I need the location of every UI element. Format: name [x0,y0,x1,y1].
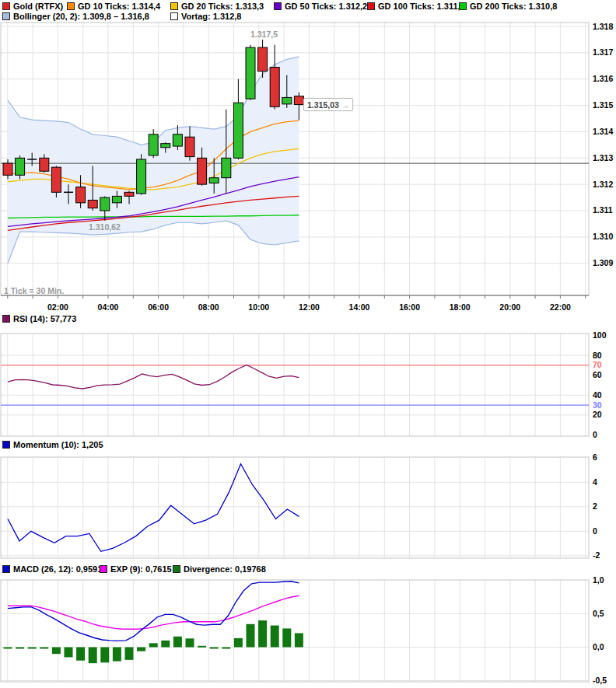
momentum-tick-label: 2 [593,501,597,511]
legend-label: GD 100 Ticks: 1.311,5 [378,2,465,11]
momentum-swatch-icon [2,441,10,449]
last-price-marker: 1.315,03 → [303,98,353,111]
candle-body [246,47,255,99]
legend-item-exp[interactable]: EXP (9): 0,7615 [100,564,172,573]
divergence-bar [210,648,219,649]
candle-body [112,196,121,202]
candle-body [209,178,219,183]
tick-interval-note: 1 Tick = 30 Min. [4,286,64,295]
legend-label: GD 10 Ticks: 1.314,4 [78,2,160,11]
legend-item-bollinger[interactable]: Bollinger (20, 2): 1.309,8 – 1.316,8 [2,12,149,20]
macd-swatch-icon [2,565,10,573]
time-tick-label: 06:00 [148,302,169,312]
arrow-right-icon: → [341,100,350,110]
candle-body [161,144,170,148]
rsi-tick-label: 70 [593,360,602,369]
momentum-tick-label: 6 [593,452,597,462]
candle-body [270,67,279,107]
divergence-bar [198,646,206,648]
candle-body [16,158,25,175]
legend-item-gd50[interactable]: GD 50 Ticks: 1.312,2 [274,2,367,10]
legend-item-gd100[interactable]: GD 100 Ticks: 1.311,5 [367,2,465,10]
divergence-bar [247,624,255,648]
divergence-bar [28,648,37,649]
divergence-bar [76,648,85,661]
price-tick-label: 1.315 [593,100,613,110]
legend-item-gd200[interactable]: GD 200 Ticks: 1.310,8 [459,2,557,10]
candle-body [3,163,12,175]
legend-label: Momentum (10): 1,205 [13,440,103,449]
macd-line [8,581,299,641]
divergence-bar [173,637,182,648]
divergence-bar [16,648,24,649]
legend-label: RSI (14): 57,773 [13,314,76,323]
momentum-tick-label: -2 [593,550,600,560]
legend-item-divergence[interactable]: Divergence: 0,19768 [173,564,266,573]
legend-label: GD 20 Ticks: 1.313,3 [181,2,264,11]
time-tick-label: 04:00 [98,302,119,312]
candle-body [51,167,61,192]
gd50-swatch-icon [274,2,282,10]
legend-item-gd10[interactable]: GD 10 Ticks: 1.314,4 [67,2,160,10]
divergence-bar [65,648,73,658]
legend-label: MACD (26, 12): 0,95918 [13,564,107,574]
macd-tick-label: -0,5 [593,676,607,685]
divergence-bar [222,648,230,649]
rsi-tick-label: 20 [593,410,602,419]
divergence-bar [113,648,121,662]
divergence-bar [161,641,170,648]
divergence-bar [186,638,194,647]
divergence-bar [271,626,279,648]
candle-body [149,134,158,155]
rsi-tick-label: 80 [593,351,602,360]
price-tick-label: 1.312 [593,180,613,189]
exp-swatch-icon [100,565,107,573]
price-tick-label: 1.314 [593,127,613,136]
rsi-line [8,365,299,389]
legend-item-vortag[interactable]: Vortag: 1.312,8 [170,12,241,20]
low-annotation: 1.310,62 [89,222,121,232]
price-tick-label: 1.318 [593,22,613,31]
divergence-bar [258,620,267,647]
candle-body [173,134,182,146]
legend-label: GD 50 Ticks: 1.312,2 [285,2,367,11]
divergence-swatch-icon [173,565,180,573]
time-tick-label: 08:00 [198,302,219,312]
gd100-swatch-icon [367,2,375,10]
legend-item-rsi[interactable]: RSI (14): 57,773 [2,314,76,323]
gold-swatch-icon [2,2,10,10]
divergence-bar [137,648,145,651]
high-annotation: 1.317,5 [250,30,278,39]
rsi-swatch-icon [2,315,10,323]
legend-item-gold[interactable]: Gold (RTFX) [2,2,63,10]
candle-body [258,47,268,71]
gd200-swatch-icon [459,2,467,10]
time-tick-label: 14:00 [349,302,370,312]
candle-body [294,96,303,105]
legend-label: Bollinger (20, 2): 1.309,8 – 1.316,8 [13,12,149,21]
candle-body [100,197,110,211]
time-tick-label: 10:00 [248,302,269,312]
legend-label: Vortag: 1.312,8 [181,12,241,21]
legend-label: GD 200 Ticks: 1.310,8 [470,2,557,11]
rsi-tick-label: 60 [593,370,602,379]
price-tick-label: 1.311 [593,205,613,215]
candle-body [222,158,231,177]
candle-body [76,187,86,203]
legend-label: Divergence: 0,19768 [184,564,266,574]
divergence-bar [52,648,61,655]
divergence-bar [4,648,12,649]
time-tick-label: 20:00 [499,302,520,312]
legend-item-macd[interactable]: MACD (26, 12): 0,95918 [2,564,107,573]
legend-item-gd20[interactable]: GD 20 Ticks: 1.313,3 [170,2,264,10]
candle-body [40,158,49,171]
momentum-tick-label: 4 [593,477,597,487]
macd-tick-label: 0,0 [593,642,604,651]
trading-chart-window: 02:0004:0006:0008:0010:0012:0014:0016:00… [0,0,616,688]
time-tick-label: 22:00 [550,302,571,312]
rsi-tick-label: 0 [593,430,597,439]
legend-item-momentum[interactable]: Momentum (10): 1,205 [2,440,103,449]
vortag-swatch-icon [170,12,178,20]
macd-tick-label: 1,0 [593,575,604,585]
price-tick-label: 1.309 [593,258,613,267]
